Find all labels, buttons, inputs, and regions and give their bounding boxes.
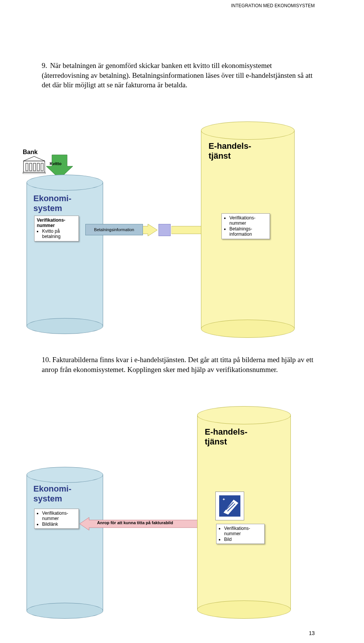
svg-rect-6 xyxy=(41,163,43,171)
ekonomi2-title-1: Ekonomi- xyxy=(33,484,71,494)
bank-label: Bank xyxy=(23,149,38,156)
svg-rect-4 xyxy=(33,163,36,171)
ehandel2-title-1: E-handels- xyxy=(205,427,247,437)
ehandel2-title-2: tjänst xyxy=(205,437,227,447)
ehandel-title-2: tjänst xyxy=(209,151,231,161)
ehandel-note-box: Verifikations-nummer Betalnings-informat… xyxy=(221,213,270,239)
ehandel-note-1: Verifikations-nummer xyxy=(229,215,267,226)
ehandel2-note-box: Verifikations-nummer Bild xyxy=(216,524,265,544)
ekonomi-title-1: Ekonomi- xyxy=(33,194,71,203)
ekonomi-title-2: system xyxy=(33,203,62,213)
svg-marker-1 xyxy=(24,156,45,161)
svg-rect-2 xyxy=(26,163,28,171)
ehandel2-note-1: Verifikations-nummer xyxy=(224,526,262,537)
ekonomi2-note-box: Verifikations-nummer Bildlänk xyxy=(34,509,79,529)
paragraph-10: 10.Fakturabilderna finns kvar i e-handel… xyxy=(42,355,315,374)
ehandel-title-1: E-handels- xyxy=(209,141,251,151)
bank-building-icon xyxy=(23,156,46,174)
ehandel2-note-2: Bild xyxy=(224,537,262,542)
svg-rect-5 xyxy=(37,163,39,171)
ekonomi-note-head: Verifikations-nummer xyxy=(37,217,65,228)
svg-text:✦: ✦ xyxy=(222,497,225,501)
para9-body: När betalningen är genomförd skickar ban… xyxy=(42,61,312,89)
para10-num: 10. xyxy=(42,355,52,365)
ehandel-note-2: Betalnings-information xyxy=(229,226,267,237)
page-number: 13 xyxy=(309,630,315,636)
svg-rect-3 xyxy=(30,163,32,171)
ekonomi2-title-2: system xyxy=(33,494,62,504)
ekonomi2-note-2: Bildlänk xyxy=(42,522,76,527)
paragraph-9: 9.När betalningen är genomförd skickar b… xyxy=(42,61,315,90)
svg-rect-7 xyxy=(23,172,46,174)
ekonomi-note-bullet: Kvitto på betalning xyxy=(42,229,76,240)
ekonomi-note-box: Verifikations-nummer Kvitto på betalning xyxy=(34,216,79,241)
header-text: INTEGRATION MED EKONOMISYSTEM xyxy=(231,3,315,8)
betalningsinfo-box: Betalningsinformation xyxy=(85,224,143,235)
purple-square-icon xyxy=(158,224,171,236)
diagram-2: Ekonomi- system Verifikations-nummer Bil… xyxy=(23,406,318,619)
diagram-1: Bank Kvitto Ekonomi- system Verifikation… xyxy=(23,114,318,342)
para9-num: 9. xyxy=(42,61,50,71)
para10-body: Fakturabilderna finns kvar i e-handelstj… xyxy=(42,356,314,374)
bill-icon: ✦ xyxy=(215,492,244,520)
kvitto-label: Kvitto xyxy=(50,161,61,166)
ekonomi2-note-1: Verifikations-nummer xyxy=(42,511,76,522)
pink-arrow-label: Anrop för att kunna titta på fakturabild xyxy=(97,520,173,525)
